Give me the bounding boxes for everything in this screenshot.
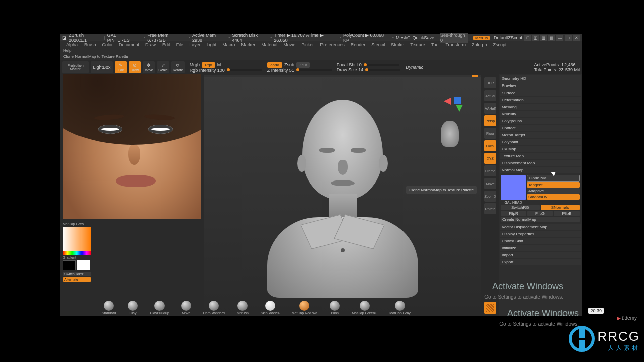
palette-deformation[interactable]: Deformation: [500, 97, 581, 103]
maximize-icon[interactable]: □: [565, 35, 572, 41]
nav-floor-button[interactable]: Floor: [484, 128, 496, 139]
nav-rotate-button[interactable]: Rotate: [484, 203, 496, 214]
viewport[interactable]: Clone NormalMap to Texture Palette: [204, 77, 481, 316]
quicksave-button[interactable]: QuickSave: [412, 35, 434, 40]
rgb-toggle[interactable]: Rgb: [202, 62, 215, 68]
m-toggle[interactable]: M: [217, 62, 221, 67]
palette-polypaint[interactable]: Polypaint: [500, 139, 581, 145]
nav-move-button[interactable]: Move: [484, 178, 496, 189]
focal-shift-slider[interactable]: Focal Shift 0: [337, 62, 362, 67]
material-claybuildup[interactable]: ClayBuildup: [150, 301, 169, 315]
layout4-icon[interactable]: ▤: [548, 35, 555, 41]
palette-vector-displacement-map[interactable]: Vector Displacement Map: [500, 224, 581, 230]
zadd-toggle[interactable]: Zadd: [267, 62, 282, 68]
nav-bpr-button[interactable]: BPR: [484, 77, 496, 88]
gradient-label[interactable]: Gradient: [63, 256, 95, 259]
menu-render[interactable]: Render: [348, 42, 369, 47]
reference-image[interactable]: [63, 74, 201, 219]
draw-size-slider[interactable]: Draw Size 14: [337, 67, 364, 72]
nav-actual-button[interactable]: Actual: [484, 90, 496, 101]
menu-texture[interactable]: Texture: [407, 42, 428, 47]
palette-texture-map[interactable]: Texture Map: [500, 153, 581, 159]
menu-light[interactable]: Light: [204, 42, 220, 47]
menu-alpha[interactable]: Alpha: [63, 42, 81, 47]
nav-xyz-button[interactable]: XYZ: [484, 153, 496, 164]
palette-surface[interactable]: Surface: [500, 89, 581, 96]
menu-movie[interactable]: Movie: [280, 42, 298, 47]
help-row[interactable]: Help: [60, 48, 582, 54]
switchrg-toggle[interactable]: SwitchRG: [501, 205, 540, 210]
minimize-icon[interactable]: —: [556, 35, 564, 41]
scale-mode-button[interactable]: ⤢Scale: [157, 61, 169, 73]
menu-stencil[interactable]: Stencil: [368, 42, 388, 47]
snormals-toggle[interactable]: SNormals: [541, 205, 580, 210]
material-matcap-gray[interactable]: MatCap Gray: [389, 301, 411, 315]
palette-morph-target[interactable]: Morph Target: [500, 132, 581, 138]
material-matcap-greenc[interactable]: MatCap GreenC: [352, 301, 377, 315]
z-intensity-slider[interactable]: Z Intensity 51: [267, 68, 294, 73]
palette-uv-map[interactable]: UV Map: [500, 146, 581, 152]
color-picker[interactable]: [63, 227, 91, 255]
palette-export[interactable]: Export: [500, 259, 581, 265]
rgb-intensity-slider[interactable]: Rgb Intensity 100: [190, 68, 225, 73]
edit-mode-button[interactable]: ✎Edit: [115, 61, 127, 73]
menu-zscript[interactable]: Zscript: [490, 42, 510, 47]
projection-master-button[interactable]: Projection Master: [62, 61, 89, 73]
seethrough-slider[interactable]: See-through 0: [440, 33, 468, 43]
menu-brush[interactable]: Brush: [81, 42, 99, 47]
nav-persp-button[interactable]: Persp: [484, 115, 496, 126]
menu-file[interactable]: File: [173, 42, 187, 47]
flipb-toggle[interactable]: FlipB: [554, 211, 580, 216]
normal-map-thumbnail[interactable]: [501, 175, 526, 200]
menu-edit[interactable]: Edit: [159, 42, 173, 47]
camera-preview-head[interactable]: [441, 121, 459, 147]
z-intensity-track[interactable]: [296, 69, 332, 71]
zcut-toggle[interactable]: Zcut: [296, 62, 310, 68]
menu-picker[interactable]: Picker: [298, 42, 317, 47]
dynamic-toggle[interactable]: Dynamic: [406, 65, 423, 70]
palette-visibility[interactable]: Visibility: [500, 111, 581, 117]
material-blinn[interactable]: Blinn: [330, 301, 340, 315]
palette-displacement-map[interactable]: Displacement Map: [500, 160, 581, 166]
move-mode-button[interactable]: ✥Move: [143, 61, 155, 73]
layout-icon[interactable]: ⊞: [524, 35, 531, 41]
palette-initialize[interactable]: Initialize: [500, 245, 581, 251]
menu-material[interactable]: Material: [258, 42, 280, 47]
menus-toggle[interactable]: Menus: [473, 36, 490, 40]
material-move[interactable]: Move: [181, 301, 191, 315]
nav-aahalf-button[interactable]: AAHalf: [484, 103, 496, 114]
palette-geometry-hd[interactable]: Geometry HD: [500, 75, 581, 82]
close-icon[interactable]: ✕: [573, 35, 580, 41]
palette-contact[interactable]: Contact: [500, 125, 581, 131]
menu-color[interactable]: Color: [99, 42, 116, 47]
layout2-icon[interactable]: ◫: [532, 35, 539, 41]
drawsize-track[interactable]: [365, 69, 400, 71]
nav-zoomd-button[interactable]: ZoomD: [484, 191, 496, 202]
nav-frame-button[interactable]: Frame: [484, 165, 496, 176]
material-standard[interactable]: Standard: [102, 301, 116, 315]
palette-unified-skin[interactable]: Unified Skin: [500, 238, 581, 244]
palette-display-properties[interactable]: Display Properties: [500, 231, 581, 237]
create-normalmap-button[interactable]: Create NormalMap: [501, 217, 580, 222]
material-damstandard[interactable]: DamStandard: [203, 301, 225, 315]
menu-marker[interactable]: Marker: [238, 42, 258, 47]
focal-track[interactable]: [364, 64, 399, 66]
adaptive-toggle[interactable]: Adaptive: [527, 188, 580, 194]
menu-macro[interactable]: Macro: [219, 42, 238, 47]
lightbox-button[interactable]: LightBox: [91, 61, 113, 73]
rotate-mode-button[interactable]: ↻Rotate: [171, 61, 185, 73]
axis-widget[interactable]: [442, 96, 462, 116]
tangent-toggle[interactable]: Tangent: [527, 182, 580, 188]
swatch-secondary[interactable]: [63, 260, 76, 270]
layout3-icon[interactable]: ▥: [540, 35, 547, 41]
zsub-toggle[interactable]: Zsub: [284, 62, 294, 67]
menu-document[interactable]: Document: [116, 42, 142, 47]
material-matcap-red-wa[interactable]: MatCap Red Wa: [292, 301, 317, 315]
material-hpolish[interactable]: hPolish: [237, 301, 249, 315]
flipg-toggle[interactable]: FlipG: [527, 211, 553, 216]
menu-layer[interactable]: Layer: [186, 42, 204, 47]
menu-tool[interactable]: Tool: [428, 42, 443, 47]
menu-transform[interactable]: Transform: [442, 42, 469, 47]
default-zscript[interactable]: DefaultZScript: [494, 35, 522, 40]
nav-local-button[interactable]: Local: [484, 140, 496, 151]
